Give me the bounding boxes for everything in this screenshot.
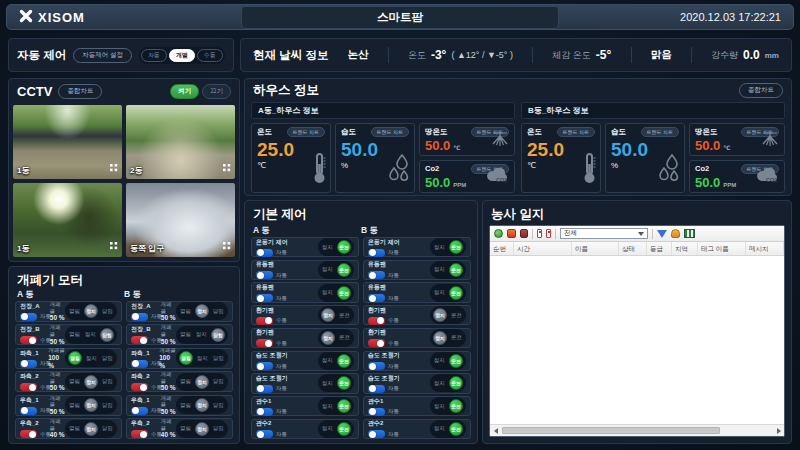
open-button[interactable]: 열림	[68, 425, 81, 432]
stop-button[interactable]: 정지	[321, 266, 334, 273]
open-button[interactable]: 열림	[179, 308, 192, 315]
mode-toggle[interactable]	[131, 383, 148, 391]
close-button[interactable]: 닫힘	[212, 378, 225, 385]
stop-button[interactable]: 정지	[433, 403, 446, 410]
open-button[interactable]: 열림	[179, 331, 192, 338]
close-button[interactable]: 닫힘	[212, 425, 225, 432]
open-button[interactable]: 열림	[179, 378, 192, 385]
stop-button[interactable]: 정지	[321, 331, 335, 345]
stop-button[interactable]: 정지	[433, 308, 447, 322]
cctv-camera-1[interactable]: 1동	[13, 105, 122, 179]
close-button[interactable]: 닫힘	[212, 308, 225, 315]
stop-button[interactable]: 정지	[321, 289, 334, 296]
run-button[interactable]: 운전	[450, 334, 463, 341]
run-button[interactable]: 운전	[449, 399, 463, 413]
stop-button[interactable]: 정지	[195, 375, 209, 389]
stop-button[interactable]: 정지	[433, 289, 446, 296]
journal-filter-select[interactable]: 전체	[560, 228, 648, 239]
run-button[interactable]: 운전	[449, 240, 463, 254]
trend-chart-button[interactable]: 트렌드 차트	[371, 127, 409, 137]
mode-toggle[interactable]	[368, 317, 385, 325]
mode-toggle[interactable]	[256, 362, 273, 370]
app-logo[interactable]: XISOM	[19, 9, 85, 26]
globe-icon[interactable]	[494, 229, 503, 238]
tag-icon[interactable]	[546, 229, 551, 238]
mode-toggle[interactable]	[20, 430, 37, 438]
stop-button[interactable]: 정지	[85, 355, 98, 362]
close-button[interactable]: 닫힘	[101, 425, 114, 432]
stop-button[interactable]: 정지	[433, 331, 447, 345]
mode-toggle[interactable]	[131, 313, 148, 321]
mode-toggle[interactable]	[368, 249, 385, 257]
mode-toggle[interactable]	[368, 294, 385, 302]
stop-button[interactable]: 정지	[84, 422, 98, 436]
mode-toggle[interactable]	[131, 430, 148, 438]
col-header-state[interactable]: 상태	[619, 242, 647, 255]
horizontal-scrollbar[interactable]	[490, 424, 784, 436]
user-icon[interactable]	[520, 229, 528, 238]
stop-button[interactable]: 정지	[321, 403, 334, 410]
open-button[interactable]: 열림	[68, 402, 81, 409]
filter-icon[interactable]	[657, 230, 667, 238]
close-button[interactable]: 닫힘	[101, 378, 114, 385]
mode-toggle[interactable]	[256, 408, 273, 416]
expand-icon[interactable]	[110, 158, 118, 176]
col-header-no[interactable]: 순번	[490, 242, 514, 255]
stop-button[interactable]: 정지	[84, 331, 97, 338]
run-button[interactable]: 운전	[337, 422, 351, 436]
expand-icon[interactable]	[223, 158, 231, 176]
mode-toggle[interactable]	[256, 271, 273, 279]
col-header-tag[interactable]: 태그 이름	[698, 242, 746, 255]
mode-toggle[interactable]	[256, 294, 273, 302]
cctv-chart-button[interactable]: 종합차트	[58, 84, 102, 99]
cctv-camera-3[interactable]: 1동	[13, 183, 122, 257]
scrollbar-thumb[interactable]	[502, 427, 720, 434]
mode-toggle[interactable]	[368, 430, 385, 438]
cctv-on-button[interactable]: 켜기	[170, 84, 199, 99]
mode-toggle[interactable]	[20, 383, 37, 391]
mode-toggle[interactable]	[368, 385, 385, 393]
trend-chart-button[interactable]: 트렌드 차트	[287, 127, 325, 137]
house-chart-button[interactable]: 종합차트	[739, 83, 783, 98]
run-button[interactable]: 운전	[449, 263, 463, 277]
report-icon[interactable]	[684, 229, 695, 238]
open-button[interactable]: 열림	[179, 425, 192, 432]
run-button[interactable]: 운전	[337, 376, 351, 390]
auto-control-settings-button[interactable]: 자동제어 설정	[73, 48, 132, 63]
open-button[interactable]: 열림	[68, 351, 82, 365]
trend-chart-button[interactable]: 트렌드 차트	[557, 127, 595, 137]
stop-button[interactable]: 정지	[321, 380, 334, 387]
mode-toggle[interactable]	[368, 271, 385, 279]
close-button[interactable]: 닫힘	[101, 355, 114, 362]
open-button[interactable]: 열림	[68, 308, 81, 315]
run-button[interactable]: 운전	[337, 399, 351, 413]
cctv-camera-4[interactable]: 동쪽 입구	[126, 183, 235, 257]
col-header-grade[interactable]: 등급	[647, 242, 672, 255]
expand-icon[interactable]	[110, 236, 118, 254]
mode-toggle[interactable]	[368, 362, 385, 370]
stop-button[interactable]: 정지	[321, 357, 334, 364]
close-button[interactable]: 닫힘	[212, 355, 225, 362]
stop-button[interactable]: 정지	[84, 304, 98, 318]
alarm-icon[interactable]	[507, 229, 516, 238]
stop-button[interactable]: 정지	[195, 331, 208, 338]
run-button[interactable]: 운전	[337, 354, 351, 368]
mode-toggle[interactable]	[368, 408, 385, 416]
mode-toggle[interactable]	[256, 249, 273, 257]
run-button[interactable]: 운전	[337, 240, 351, 254]
person-icon[interactable]	[671, 229, 680, 238]
mode-toggle[interactable]	[131, 336, 148, 344]
stop-button[interactable]: 정지	[433, 425, 446, 432]
stop-button[interactable]: 정지	[433, 244, 446, 251]
col-header-region[interactable]: 지역	[672, 242, 698, 255]
run-button[interactable]: 운전	[450, 312, 463, 319]
mode-toggle[interactable]	[20, 313, 37, 321]
mode-toggle[interactable]	[256, 385, 273, 393]
open-button[interactable]: 열림	[68, 378, 81, 385]
run-button[interactable]: 운전	[337, 263, 351, 277]
col-header-message[interactable]: 메시지	[746, 242, 784, 255]
stop-button[interactable]: 정지	[321, 244, 334, 251]
mode-toggle[interactable]	[131, 360, 148, 368]
close-button[interactable]: 닫힘	[211, 328, 225, 342]
stop-button[interactable]: 정지	[84, 398, 98, 412]
